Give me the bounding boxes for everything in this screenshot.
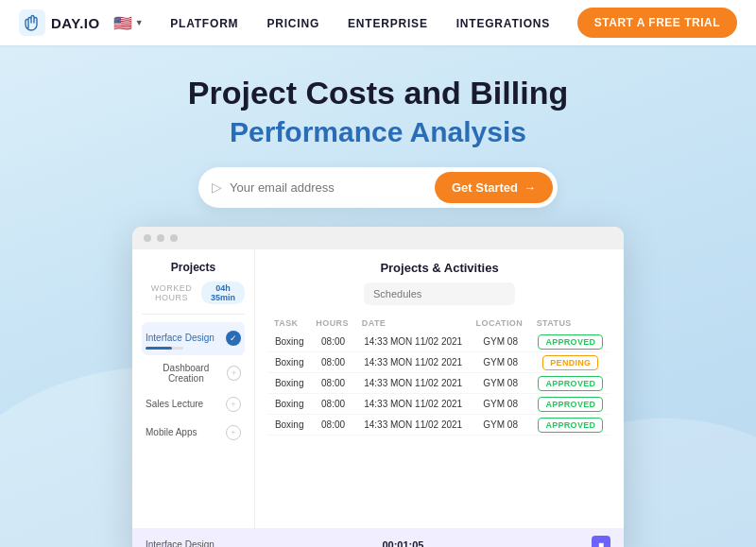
nav-item-platform[interactable]: PLATFORM xyxy=(170,14,238,31)
project-icon: + xyxy=(226,397,241,412)
sidebar-project-dashboard[interactable]: Dashboard Creation + xyxy=(142,357,245,389)
cell-hours: 08:00 xyxy=(310,414,355,435)
mockup-body: Projects Worked Hours 04h 35min Interfac… xyxy=(132,249,624,528)
language-selector[interactable]: 🇺🇸 ▼ xyxy=(113,14,144,32)
titlebar-dot-3 xyxy=(170,234,178,242)
sidebar-project-mobile[interactable]: Mobile Apps + xyxy=(142,419,245,446)
col-location: LOCATION xyxy=(471,315,531,332)
timer-bar: Interface Design 00:01:05 ■ xyxy=(132,528,624,547)
hero-section: Project Costs and Billing Performance An… xyxy=(0,45,756,547)
email-input[interactable] xyxy=(230,180,435,195)
cell-status: APPROVED xyxy=(531,372,610,393)
worked-hours-row: Worked Hours 04h 35min xyxy=(142,282,245,304)
worked-hours-value: 04h 35min xyxy=(201,282,245,304)
cell-hours: 08:00 xyxy=(310,393,355,414)
titlebar xyxy=(132,227,624,249)
cell-location: GYM 08 xyxy=(471,414,531,435)
cell-hours: 08:00 xyxy=(310,351,355,372)
titlebar-dot-2 xyxy=(157,234,164,242)
cell-status: APPROVED xyxy=(531,332,610,352)
activities-table: TASK HOURS DATE LOCATION STATUS Boxing 0… xyxy=(268,315,610,436)
nav-links: PLATFORM PRICING ENTERPRISE INTEGRATIONS xyxy=(170,14,550,31)
cell-status: APPROVED xyxy=(531,414,610,435)
nav-item-pricing[interactable]: PRICING xyxy=(266,14,319,31)
nav-item-integrations[interactable]: INTEGRATIONS xyxy=(456,14,550,31)
arrow-icon: → xyxy=(524,180,536,195)
timer-stop-button[interactable]: ■ xyxy=(592,536,610,547)
cell-date: 14:33 MON 11/02 2021 xyxy=(356,372,471,393)
email-form: ▷ Get Started → xyxy=(198,167,558,208)
timer-project-label: Interface Design xyxy=(146,539,215,547)
project-active-icon: ✓ xyxy=(226,331,241,346)
mockup-window: Projects Worked Hours 04h 35min Interfac… xyxy=(132,227,624,547)
project-icon: + xyxy=(226,425,241,440)
status-badge: APPROVED xyxy=(538,334,603,350)
cell-task: Boxing xyxy=(268,351,310,372)
sidebar-title: Projects xyxy=(142,261,245,274)
table-row: Boxing 08:00 14:33 MON 11/02 2021 GYM 08… xyxy=(268,414,610,435)
hero-headline1: Project Costs and Billing xyxy=(19,74,737,112)
email-icon: ▷ xyxy=(212,179,222,195)
logo[interactable]: DAY.IO 🇺🇸 ▼ xyxy=(19,9,144,36)
project-icon: + xyxy=(227,366,241,381)
svg-rect-0 xyxy=(19,9,45,36)
get-started-button[interactable]: Get Started → xyxy=(435,172,553,203)
cell-task: Boxing xyxy=(268,372,310,393)
table-row: Boxing 08:00 14:33 MON 11/02 2021 GYM 08… xyxy=(268,351,610,372)
sidebar-project-sales[interactable]: Sales Lecture + xyxy=(142,391,245,418)
titlebar-dot-1 xyxy=(144,234,151,242)
cell-status: APPROVED xyxy=(531,393,610,414)
sidebar-project-interface-design[interactable]: Interface Design ✓ xyxy=(142,322,245,355)
cell-location: GYM 08 xyxy=(471,332,531,352)
cell-date: 14:33 MON 11/02 2021 xyxy=(356,351,471,372)
table-row: Boxing 08:00 14:33 MON 11/02 2021 GYM 08… xyxy=(268,372,610,393)
cell-hours: 08:00 xyxy=(310,372,355,393)
cell-date: 14:33 MON 11/02 2021 xyxy=(356,332,471,352)
cell-date: 14:33 MON 11/02 2021 xyxy=(356,393,471,414)
app-mockup: Projects Worked Hours 04h 35min Interfac… xyxy=(132,227,624,547)
logo-text: DAY.IO xyxy=(51,15,100,31)
flag-icon: 🇺🇸 xyxy=(113,14,132,32)
cell-location: GYM 08 xyxy=(471,351,531,372)
cell-status: PENDING xyxy=(531,351,610,372)
col-status: STATUS xyxy=(531,315,610,332)
project-label: Sales Lecture xyxy=(146,399,203,409)
cell-task: Boxing xyxy=(268,393,310,414)
section-title: Projects & Activities xyxy=(268,261,610,275)
cell-hours: 08:00 xyxy=(310,332,355,352)
worked-hours-label: Worked Hours xyxy=(142,283,201,302)
projects-sidebar: Projects Worked Hours 04h 35min Interfac… xyxy=(132,249,255,528)
status-badge: APPROVED xyxy=(538,418,603,433)
table-row: Boxing 08:00 14:33 MON 11/02 2021 GYM 08… xyxy=(268,332,610,352)
cell-task: Boxing xyxy=(268,414,310,435)
navbar: DAY.IO 🇺🇸 ▼ PLATFORM PRICING ENTERPRISE … xyxy=(0,0,756,45)
col-hours: HOURS xyxy=(310,315,355,332)
nav-item-enterprise[interactable]: ENTERPRISE xyxy=(348,14,428,31)
project-label: Mobile Apps xyxy=(146,427,197,437)
logo-hand-icon xyxy=(19,9,45,36)
col-date: DATE xyxy=(356,315,471,332)
table-row: Boxing 08:00 14:33 MON 11/02 2021 GYM 08… xyxy=(268,393,610,414)
chevron-down-icon: ▼ xyxy=(135,18,144,27)
schedules-search[interactable] xyxy=(364,282,515,305)
hero-headline2: Performance Analysis xyxy=(19,116,737,148)
main-content: Projects & Activities TASK HOURS DATE LO… xyxy=(255,249,624,528)
sidebar-divider xyxy=(142,314,245,315)
cell-date: 14:33 MON 11/02 2021 xyxy=(356,414,471,435)
cell-location: GYM 08 xyxy=(471,372,531,393)
cell-location: GYM 08 xyxy=(471,393,531,414)
timer-time: 00:01:05 xyxy=(382,539,423,547)
status-badge: APPROVED xyxy=(538,397,603,412)
status-badge: PENDING xyxy=(542,355,598,370)
cell-task: Boxing xyxy=(268,332,310,352)
project-label: Interface Design xyxy=(146,333,215,343)
col-task: TASK xyxy=(268,315,310,332)
start-free-trial-button[interactable]: START A FREE TRIAL xyxy=(577,8,737,38)
progress-bar xyxy=(146,347,183,350)
status-badge: APPROVED xyxy=(538,376,603,391)
project-label: Dashboard Creation xyxy=(146,363,227,384)
